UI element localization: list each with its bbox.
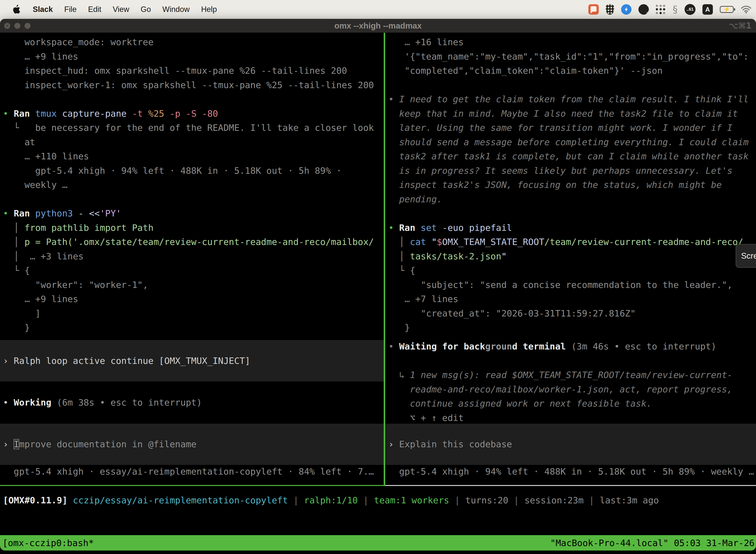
menu-item-go[interactable]: Go xyxy=(141,5,151,14)
text-segment: mprove documentation in @filename xyxy=(19,439,196,449)
text-segment: │ xyxy=(388,251,410,261)
squiggle-icon[interactable]: § xyxy=(673,4,678,15)
terminal-line: │ p = Path('.omx/state/team/review-curre… xyxy=(3,235,384,249)
status-icons: § ..61 A ⚡ xyxy=(588,4,752,15)
text-segment: ] xyxy=(3,308,41,319)
text-segment: | xyxy=(288,495,304,505)
text-segment: › xyxy=(3,439,14,449)
text-segment: • xyxy=(3,108,14,119)
terminal-line: … +16 lines xyxy=(388,35,756,49)
text-segment xyxy=(67,495,73,505)
pane-worker-right[interactable]: … +16 lines '{"team_name":"my-team","tas… xyxy=(385,33,756,485)
terminal-line: └ be necessary for the end of the README… xyxy=(3,121,384,135)
crescent-icon[interactable] xyxy=(638,4,649,15)
text-segment: | xyxy=(584,495,600,505)
terminal-line xyxy=(388,354,756,368)
text-segment: team:1 workers xyxy=(374,495,449,505)
terminal-line: at xyxy=(3,135,384,150)
text-segment: " xyxy=(501,251,507,261)
text-segment: turns:20 xyxy=(465,495,508,505)
text-segment: later. Using the same for transition mig… xyxy=(388,123,733,133)
terminal-line: • Ran python3 - <<'PY' xyxy=(3,206,384,221)
text-segment: gpt-5.4 xhigh · essay/ai-reimplementatio… xyxy=(3,466,374,477)
text-segment: -euo pipefail xyxy=(442,223,512,233)
session-status-line: gpt-5.4 xhigh · essay/ai-reimplementatio… xyxy=(0,464,384,479)
window-title-bar[interactable]: omx --xhigh --madmax ⌥⌘1 xyxy=(0,19,756,33)
text-segment: › xyxy=(388,439,399,449)
scrollback: … +16 lines '{"team_name":"my-team","tas… xyxy=(385,35,756,335)
menu-item-window[interactable]: Window xyxy=(162,5,189,14)
screen-share-tooltip-label: Scre xyxy=(741,251,756,261)
waiting-status: • Waiting for background terminal (3m 46… xyxy=(385,339,756,425)
text-segment: OMX_TEAM_STATE_ROOT xyxy=(442,237,545,247)
scrollback: workspace_mode: worktree … +9 lines insp… xyxy=(0,35,384,335)
tmux-session-label[interactable]: [omx-cczip0:bash* xyxy=(2,538,94,548)
terminal-line: is in progress? It seems likely but perh… xyxy=(388,164,756,178)
menu-item-edit[interactable]: Edit xyxy=(88,5,101,14)
terminal-line: gpt-5.4 xhigh · 94% left · 488K in · 5.1… xyxy=(388,464,756,479)
wifi-icon[interactable] xyxy=(741,5,752,14)
text-segment: tasks/task-2.json xyxy=(410,251,501,261)
text-segment: workspace_mode: worktree xyxy=(3,37,153,47)
apple-menu-icon[interactable] xyxy=(13,4,21,14)
terminal-line: … +110 lines xyxy=(3,149,384,164)
text-segment: -S xyxy=(186,108,202,119)
terminal-line: ] xyxy=(3,306,384,321)
badge-bolt-icon[interactable] xyxy=(621,4,631,15)
menu-item-help[interactable]: Help xyxy=(201,5,217,14)
terminal-line: "worker": "worker-1", xyxy=(3,278,384,292)
prompt-input[interactable]: › Explain this codebase xyxy=(385,424,756,465)
terminal-line: "subject": "send a concise recommendatio… xyxy=(388,278,756,292)
terminal-line: › Explain this codebase xyxy=(388,437,756,451)
text-segment: • xyxy=(388,94,399,104)
screen-share-tooltip: Scre xyxy=(736,244,756,268)
menu-item-file[interactable]: File xyxy=(64,5,77,14)
text-segment: "created_at": "2026-03-31T11:59:27.816Z" xyxy=(388,308,636,319)
text-segment: Waiting for back xyxy=(399,341,485,351)
messages-icon[interactable] xyxy=(588,4,599,15)
text-segment: • xyxy=(388,341,399,351)
text-segment: (6m 38s • esc to interrupt) xyxy=(57,397,202,407)
keyboard-layout-icon[interactable]: A xyxy=(702,4,713,15)
prompt-input[interactable]: › Improve documentation in @filename xyxy=(0,424,384,465)
working-status: • Working (6m 38s • esc to interrupt) xyxy=(0,395,384,410)
terminal-line: › Improve documentation in @filename xyxy=(3,437,384,451)
session-status-line: gpt-5.4 xhigh · 94% left · 488K in · 5.1… xyxy=(385,464,756,479)
text-segment: continue assigned work or next feasible … xyxy=(388,398,652,408)
terminal-line: ↳ 1 new msg(s): read $OMX_TEAM_STATE_ROO… xyxy=(388,368,756,382)
terminal-line: inspect_worker-1: omx sparkshell --tmux-… xyxy=(3,78,384,92)
pane-hud-left[interactable]: workspace_mode: worktree … +9 lines insp… xyxy=(0,33,384,485)
menu-item-view[interactable]: View xyxy=(113,5,129,14)
dots-grid-icon[interactable] xyxy=(656,4,666,14)
terminal-line xyxy=(388,206,756,221)
terminal-line: '{"team_name":"my-team","task_id":"1","f… xyxy=(388,49,756,64)
terminal-line: │ … +3 lines xyxy=(3,249,384,264)
menu-item-slack[interactable]: Slack xyxy=(33,5,53,14)
terminal-line xyxy=(3,192,384,207)
shield-icon[interactable] xyxy=(606,4,614,15)
text-segment: } xyxy=(388,322,410,333)
pane-divider[interactable] xyxy=(384,33,385,486)
tmux-panes: workspace_mode: worktree … +9 lines insp… xyxy=(0,33,756,486)
terminal-line: pending. xyxy=(388,192,756,207)
text-segment: … +9 lines xyxy=(3,294,78,304)
terminal-line: └ { xyxy=(3,263,384,278)
terminal-line: gpt-5.4 xhigh · 94% left · 488K in · 5.1… xyxy=(3,164,384,178)
text-segment: d terminal xyxy=(512,341,571,351)
omx-hud: [OMX#0.11.9] cczip/essay/ai-reimplementa… xyxy=(0,486,756,535)
tmux-host-clock: "MacBook-Pro-44.local" 05:03 31-Mar-26 xyxy=(550,538,755,548)
terminal-line: later. Using the same for transition mig… xyxy=(388,121,756,135)
terminal-line: … +9 lines xyxy=(3,49,384,64)
text-segment: "completed","claim_token":"claim-token"}… xyxy=(388,65,663,76)
terminal-line: • Working (6m 38s • esc to interrupt) xyxy=(3,395,384,410)
text-segment: Ran xyxy=(14,108,35,119)
text-segment: └ { xyxy=(3,265,30,276)
terminal-line: • Ran tmux capture-pane -t %25 -p -S -80 xyxy=(3,107,384,121)
text-segment: (3m 46s • esc to interrupt) xyxy=(571,341,716,351)
battery-percent-icon[interactable]: ..61 xyxy=(685,4,695,15)
text-segment: $ xyxy=(437,237,442,247)
text-segment: weekly … xyxy=(3,180,67,190)
text-segment: is in progress? It seems likely but perh… xyxy=(388,166,733,176)
terminal-line: • I need to get the claim token from the… xyxy=(388,92,756,107)
battery-icon[interactable]: ⚡ xyxy=(720,6,734,13)
